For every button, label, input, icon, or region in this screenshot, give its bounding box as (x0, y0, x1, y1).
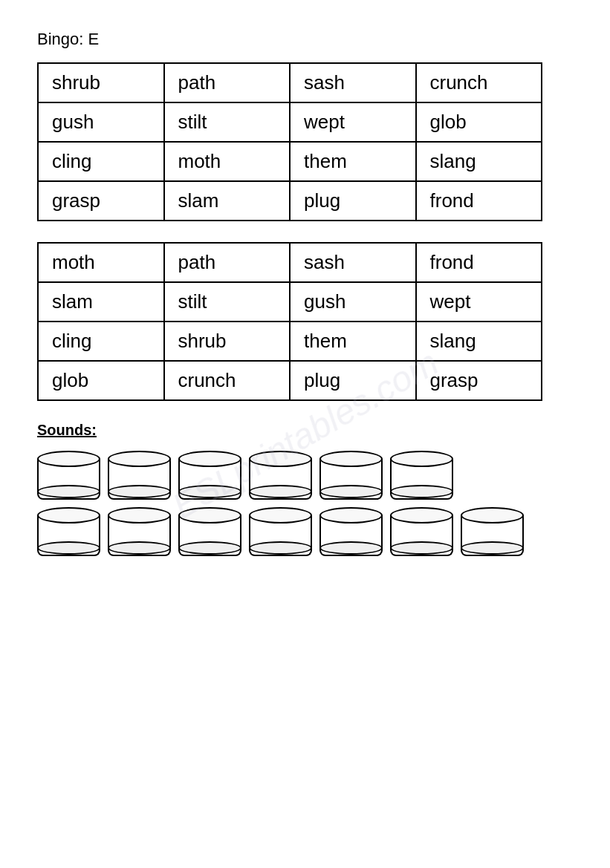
table-cell: path (164, 243, 291, 282)
table-row: graspslamplugfrond (38, 181, 542, 221)
table-cell: them (290, 322, 416, 361)
cylinder (108, 451, 171, 500)
cylinder-row-2 (37, 507, 573, 556)
table-cell: shrub (164, 322, 291, 361)
cylinder-top (108, 451, 171, 467)
table-cell: shrub (38, 63, 164, 102)
cylinder (319, 507, 383, 556)
table-cell: gush (38, 102, 164, 142)
table-cell: moth (38, 243, 164, 282)
cylinder-top (390, 451, 453, 467)
table-cell: plug (290, 361, 416, 400)
sounds-label: Sounds: (37, 422, 573, 439)
table-cell: cling (38, 322, 164, 361)
table-row: globcrunchpluggrasp (38, 361, 542, 400)
cylinder-top (319, 507, 383, 523)
cylinder (178, 507, 241, 556)
table-row: shrubpathsashcrunch (38, 63, 542, 102)
cylinder (108, 507, 171, 556)
table-cell: wept (290, 102, 416, 142)
table-cell: slang (416, 142, 542, 181)
table-cell: slang (416, 322, 542, 361)
cylinder (37, 507, 100, 556)
bingo-table-2: mothpathsashfrondslamstiltgushweptclings… (37, 242, 542, 401)
cylinder-top (249, 451, 312, 467)
cylinder-top (37, 507, 100, 523)
table-cell: moth (164, 142, 291, 181)
table-cell: glob (416, 102, 542, 142)
page-title: Bingo: E (37, 30, 573, 49)
table-cell: grasp (416, 361, 542, 400)
table-cell: them (290, 142, 416, 181)
cylinder-top (461, 507, 524, 523)
bingo-table-1: shrubpathsashcrunchgushstiltweptglobclin… (37, 62, 542, 221)
table-cell: glob (38, 361, 164, 400)
table-row: gushstiltweptglob (38, 102, 542, 142)
table-cell: plug (290, 181, 416, 221)
table-cell: wept (416, 282, 542, 322)
table-cell: sash (290, 243, 416, 282)
cylinder-top (249, 507, 312, 523)
table-row: clingshrubthemslang (38, 322, 542, 361)
cylinder (249, 451, 312, 500)
cylinder-row-1 (37, 451, 573, 500)
table-cell: stilt (164, 102, 291, 142)
table-cell: gush (290, 282, 416, 322)
table-cell: frond (416, 181, 542, 221)
cylinder-top (390, 507, 453, 523)
cylinder-top (178, 507, 241, 523)
cylinder-top (37, 451, 100, 467)
cylinder-top (178, 451, 241, 467)
cylinder (319, 451, 383, 500)
cylinder (390, 451, 453, 500)
table-cell: frond (416, 243, 542, 282)
cylinder (461, 507, 524, 556)
table-cell: crunch (416, 63, 542, 102)
table-cell: sash (290, 63, 416, 102)
cylinder (249, 507, 312, 556)
table-cell: crunch (164, 361, 291, 400)
cylinder (178, 451, 241, 500)
table-cell: path (164, 63, 291, 102)
table-cell: slam (38, 282, 164, 322)
table-row: mothpathsashfrond (38, 243, 542, 282)
cylinder-top (319, 451, 383, 467)
table-row: slamstiltgushwept (38, 282, 542, 322)
table-row: clingmoththemslang (38, 142, 542, 181)
table-cell: stilt (164, 282, 291, 322)
table-cell: cling (38, 142, 164, 181)
cylinder-top (108, 507, 171, 523)
cylinders-section (37, 451, 573, 556)
table-cell: slam (164, 181, 291, 221)
table-cell: grasp (38, 181, 164, 221)
cylinder (37, 451, 100, 500)
cylinder (390, 507, 453, 556)
